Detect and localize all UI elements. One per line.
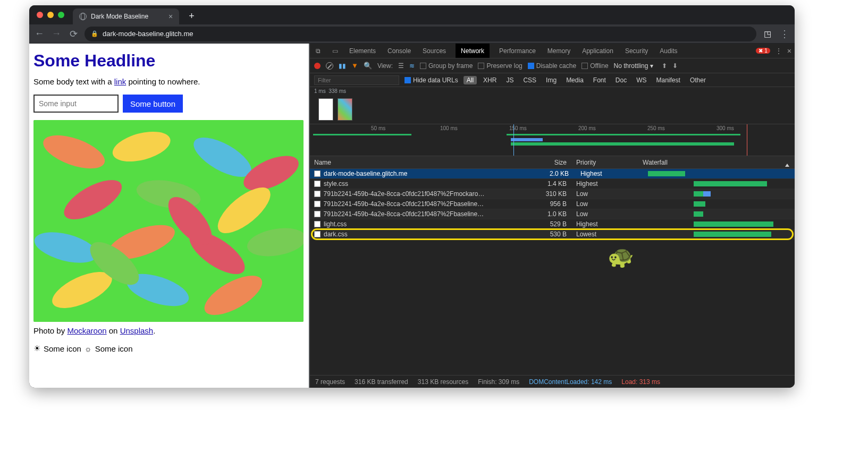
caption-author-link[interactable]: Mockaroon (67, 326, 106, 335)
filmstrip-thumb[interactable] (318, 98, 333, 121)
large-rows-icon[interactable]: ☰ (398, 62, 404, 70)
filter-type-js[interactable]: JS (503, 76, 517, 84)
filter-type-font[interactable]: Font (590, 76, 609, 84)
traffic-lights (33, 12, 69, 18)
preserve-log-checkbox[interactable]: Preserve log (478, 62, 522, 70)
tab-console[interactable]: Console (385, 44, 413, 58)
filter-type-xhr[interactable]: XHR (480, 76, 500, 84)
sort-icon (785, 164, 789, 167)
col-header-name[interactable]: Name (310, 159, 485, 166)
waterfall-cell (639, 189, 795, 199)
extension-icon[interactable]: ◳ (762, 28, 773, 40)
import-icon[interactable]: ⬆ (662, 62, 667, 70)
forward-button[interactable]: → (50, 28, 62, 40)
filter-row: Hide data URLs AllXHRJSCSSImgMediaFontDo… (310, 73, 795, 87)
devtools-more-icon[interactable]: ⋮ (776, 47, 782, 55)
address-bar[interactable]: 🔒 dark-mode-baseline.glitch.me (85, 27, 756, 41)
body-text-pre: Some body text with a (33, 77, 114, 86)
record-button[interactable] (314, 63, 321, 69)
col-header-size[interactable]: Size (485, 159, 573, 166)
throttle-label: No throttling (614, 62, 648, 70)
filter-type-manifest[interactable]: Manifest (653, 76, 684, 84)
throttling-select[interactable]: No throttling▾ (614, 62, 654, 70)
col-header-priority[interactable]: Priority (573, 159, 639, 166)
tab-audits[interactable]: Audits (658, 44, 679, 58)
tab-sources[interactable]: Sources (420, 44, 448, 58)
timeline-overview[interactable]: 50 ms 100 ms 150 ms 200 ms 250 ms 300 ms (310, 124, 795, 156)
devtools-close-icon[interactable]: × (787, 47, 791, 55)
hide-data-urls-checkbox[interactable]: Hide data URLs (404, 76, 458, 84)
error-badge[interactable]: ✖ 1 (756, 48, 770, 54)
disable-cache-checkbox[interactable]: Disable cache (528, 62, 576, 70)
disable-label: Disable cache (536, 62, 576, 70)
body-link[interactable]: link (114, 77, 127, 86)
body-text: Some body text with a link pointing to n… (33, 77, 304, 86)
table-row[interactable]: light.css529 BHighest (310, 219, 795, 229)
back-button[interactable]: ← (33, 28, 45, 40)
tab-memory[interactable]: Memory (545, 44, 572, 58)
tab-elements[interactable]: Elements (347, 44, 378, 58)
fullscreen-window-button[interactable] (58, 12, 64, 18)
export-icon[interactable]: ⬇ (672, 62, 678, 70)
tab-security[interactable]: Security (623, 44, 650, 58)
col-header-waterfall[interactable]: Waterfall (639, 159, 795, 166)
filter-type-ws[interactable]: WS (633, 76, 650, 84)
browser-tab[interactable]: Dark Mode Baseline × (73, 8, 179, 24)
new-tab-button[interactable]: + (183, 11, 200, 22)
device-icon[interactable]: ▭ (330, 46, 340, 56)
file-priority: Low (573, 190, 639, 198)
filter-type-doc[interactable]: Doc (612, 76, 630, 84)
devtools-panel: ⧉ ▭ Elements Console Sources Network Per… (310, 44, 795, 388)
filter-type-css[interactable]: CSS (520, 76, 540, 84)
filter-type-img[interactable]: Img (543, 76, 560, 84)
tab-performance[interactable]: Performance (497, 44, 538, 58)
table-row[interactable]: 791b2241-459b-4a2e-8cca-c0fdc21f0487%2Fb… (310, 209, 795, 219)
tab-network[interactable]: Network (456, 44, 490, 58)
table-row[interactable]: style.css1.4 KBHighest (310, 179, 795, 189)
page-headline: Some Headline (33, 51, 304, 71)
hero-image (33, 120, 304, 322)
chevron-down-icon: ▾ (650, 62, 653, 70)
file-priority: Highest (577, 170, 644, 177)
filter-icon[interactable]: ▼ (351, 62, 358, 70)
network-table: Name Size Priority Waterfall dark-mode-b… (310, 156, 795, 375)
text-input[interactable] (33, 95, 119, 113)
browser-toolbar: ← → ⟳ 🔒 dark-mode-baseline.glitch.me ◳ ⋮ (29, 24, 795, 44)
browser-menu-button[interactable]: ⋮ (779, 28, 790, 40)
candy-image (33, 120, 304, 322)
clear-button[interactable] (326, 62, 333, 70)
search-icon[interactable]: 🔍 (364, 62, 372, 70)
file-priority: Lowest (573, 231, 639, 238)
caption-source-link[interactable]: Unsplash (120, 326, 154, 335)
turtle-emoji: 🐢 (608, 244, 634, 269)
file-priority: Highest (573, 220, 639, 228)
table-row[interactable]: 791b2241-459b-4a2e-8cca-c0fdc21f0487%2Fm… (310, 189, 795, 199)
offline-checkbox[interactable]: Offline (582, 62, 608, 70)
table-row[interactable]: 791b2241-459b-4a2e-8cca-c0fdc21f0487%2Fb… (310, 199, 795, 209)
waterfall-icon[interactable]: ≋ (409, 62, 415, 70)
tab-application[interactable]: Application (580, 44, 616, 58)
group-by-frame-checkbox[interactable]: Group by frame (420, 62, 473, 70)
inspect-icon[interactable]: ⧉ (313, 46, 323, 56)
file-name: dark.css (324, 231, 348, 238)
submit-button[interactable]: Some button (123, 95, 183, 113)
filter-input[interactable] (314, 75, 399, 85)
close-window-button[interactable] (37, 12, 43, 18)
minimize-window-button[interactable] (47, 12, 54, 18)
table-row[interactable]: dark-mode-baseline.glitch.me2.0 KBHighes… (310, 169, 795, 179)
file-icon (314, 201, 321, 207)
close-tab-icon[interactable]: × (168, 12, 173, 21)
filter-type-all[interactable]: All (464, 76, 477, 84)
table-row[interactable]: dark.css530 BLowest (310, 229, 795, 240)
camera-icon[interactable]: ▮▮ (339, 62, 346, 70)
waterfall-cell (639, 229, 795, 240)
filter-type-other[interactable]: Other (687, 76, 709, 84)
load-line (747, 124, 747, 156)
overview-bar (511, 138, 543, 141)
waterfall-cell (646, 169, 795, 179)
filter-type-media[interactable]: Media (563, 76, 587, 84)
filmstrip-thumb[interactable] (338, 98, 352, 121)
col-wf-label: Waterfall (643, 159, 668, 166)
main-area: Some Headline Some body text with a link… (29, 44, 795, 388)
reload-button[interactable]: ⟳ (68, 28, 79, 40)
